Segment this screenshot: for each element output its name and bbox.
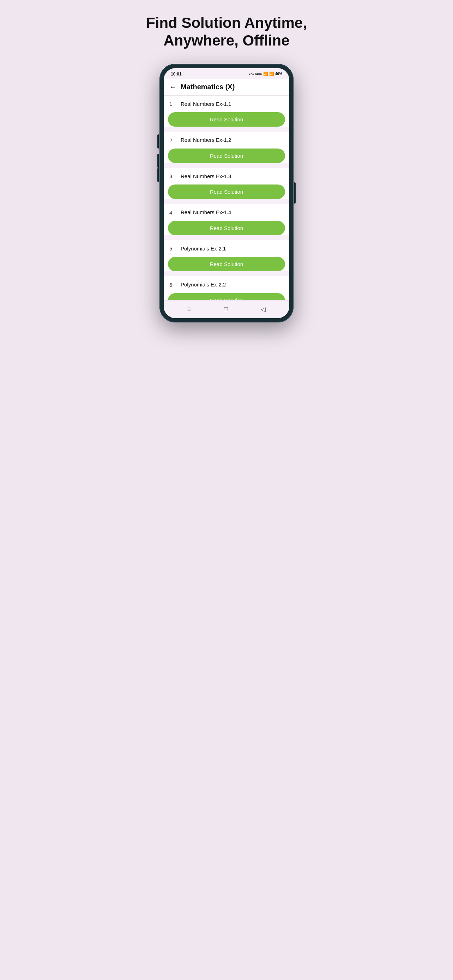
item-header: 4Real Numbers Ex-1.4 [164, 204, 289, 218]
item-number: 6 [169, 282, 176, 288]
item-header: 5Polynomials Ex-2.1 [164, 240, 289, 255]
status-icons: 📶 📶 40% [263, 72, 282, 76]
item-header: 6Polynomials Ex-2.2 [164, 276, 289, 290]
read-solution-button[interactable]: Read Solution [168, 257, 285, 271]
list-item: 4Real Numbers Ex-1.4Read Solution [164, 204, 289, 235]
status-time: 10:01 [171, 72, 182, 76]
back-button[interactable]: ← [169, 83, 176, 91]
page-wrapper: Find Solution Anytime, Anywhere, Offline… [138, 14, 315, 323]
page-title: Mathematics (X) [181, 83, 235, 91]
read-solution-button[interactable]: Read Solution [168, 293, 285, 300]
phone-screen: 10:01 27.0 KB/S 📶 📶 40% ← Mathematics (X… [164, 68, 289, 318]
read-solution-button[interactable]: Read Solution [168, 185, 285, 199]
nav-bar: ← Mathematics (X) [164, 79, 289, 95]
item-number: 3 [169, 173, 176, 179]
content-area[interactable]: 1Real Numbers Ex-1.1Read Solution2Real N… [164, 95, 289, 300]
list-item: 1Real Numbers Ex-1.1Read Solution [164, 95, 289, 127]
item-header: 2Real Numbers Ex-1.2 [164, 132, 289, 146]
item-header: 1Real Numbers Ex-1.1 [164, 95, 289, 110]
item-title: Polynomials Ex-2.2 [181, 281, 226, 288]
item-title: Real Numbers Ex-1.3 [181, 173, 231, 180]
read-solution-button[interactable]: Read Solution [168, 221, 285, 235]
home-icon[interactable]: □ [224, 305, 228, 313]
item-number: 5 [169, 245, 176, 251]
read-solution-button[interactable]: Read Solution [168, 148, 285, 163]
bottom-nav: ≡ □ ◁ [164, 300, 289, 318]
battery-level: 40% [275, 72, 282, 76]
item-title: Real Numbers Ex-1.1 [181, 100, 231, 108]
menu-icon[interactable]: ≡ [188, 305, 191, 313]
status-right: 27.0 KB/S 📶 📶 40% [249, 72, 282, 76]
item-number: 1 [169, 101, 176, 107]
hero-title: Find Solution Anytime, Anywhere, Offline [138, 14, 315, 50]
phone-device: 10:01 27.0 KB/S 📶 📶 40% ← Mathematics (X… [159, 64, 294, 323]
item-title: Polynomials Ex-2.1 [181, 245, 226, 252]
read-solution-button[interactable]: Read Solution [168, 112, 285, 127]
list-item: 3Real Numbers Ex-1.3Read Solution [164, 168, 289, 199]
item-number: 4 [169, 210, 176, 216]
data-indicator: 27.0 KB/S [249, 73, 262, 75]
item-header: 3Real Numbers Ex-1.3 [164, 168, 289, 182]
status-bar: 10:01 27.0 KB/S 📶 📶 40% [164, 68, 289, 79]
item-title: Real Numbers Ex-1.4 [181, 209, 231, 216]
list-item: 5Polynomials Ex-2.1Read Solution [164, 240, 289, 272]
wifi-icon: 📶 [263, 72, 268, 76]
list-item: 6Polynomials Ex-2.2Read Solution [164, 276, 289, 300]
item-title: Real Numbers Ex-1.2 [181, 137, 231, 143]
list-item: 2Real Numbers Ex-1.2Read Solution [164, 132, 289, 163]
item-number: 2 [169, 137, 176, 143]
signal-icon: 📶 [269, 72, 274, 76]
back-nav-icon[interactable]: ◁ [261, 305, 265, 313]
